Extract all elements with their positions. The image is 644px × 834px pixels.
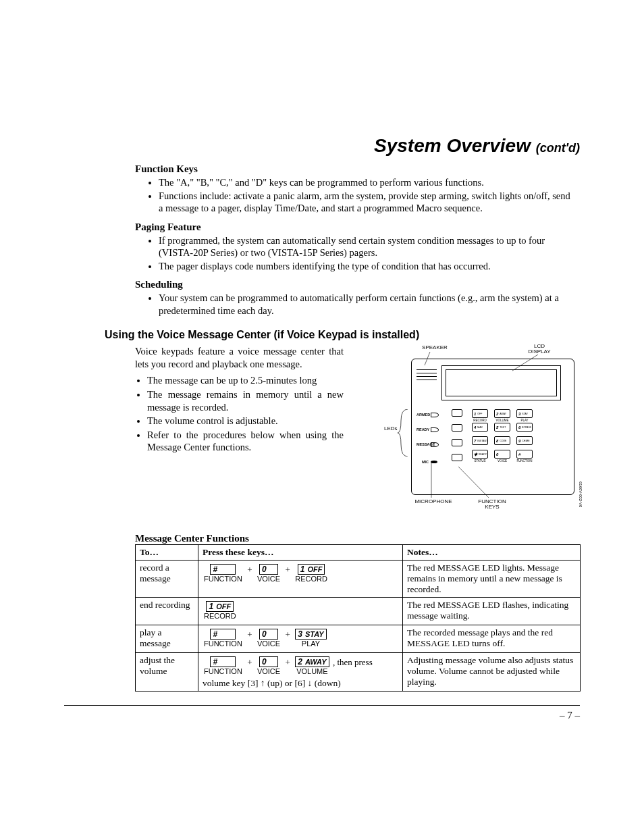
- message-center-table: To… Press these keys… Notes… record a me…: [135, 544, 581, 692]
- table-row: adjust the volume # FUNCTION + 0 VOICE +…: [136, 653, 581, 692]
- page-title: System Overview (cont'd): [64, 135, 580, 157]
- table-header-row: To… Press these keys… Notes…: [136, 545, 581, 561]
- heading-paging: Paging Feature: [135, 221, 580, 233]
- list-item: Refer to the procedures below when using…: [147, 429, 344, 454]
- heading-function-keys: Function Keys: [135, 163, 580, 175]
- then-press: , then press: [333, 658, 373, 667]
- keycap-hash: #: [210, 629, 236, 640]
- label-speaker: SPEAKER: [418, 345, 452, 350]
- cell-keys: # FUNCTION + 0 VOICE + 3STAYPLAY: [198, 625, 403, 653]
- key-hash: #: [516, 450, 533, 459]
- list-item: The volume control is adjustable.: [147, 415, 344, 427]
- key-5: 5TEST: [494, 423, 510, 432]
- cell-to: end recording: [136, 598, 198, 625]
- heading-voice-center: Using the Voice Message Center (if Voice…: [105, 329, 580, 341]
- key-7: 7INSTANT: [472, 436, 488, 445]
- label-function-keys: FUNCTION KEYS: [472, 499, 512, 510]
- function-keys-column: [452, 409, 462, 469]
- title-cont: (cont'd): [536, 141, 580, 155]
- th-to: To…: [136, 545, 198, 561]
- cell-keys: 1OFFRECORD: [198, 598, 403, 625]
- cell-keys: # FUNCTION + 0 VOICE + 2AWAYVOLUME , the…: [198, 653, 403, 692]
- lcd-screen: [441, 365, 561, 400]
- table-row: record a message # FUNCTION + 0 VOICE + …: [136, 561, 581, 598]
- keycap-hash: #: [210, 656, 236, 667]
- keycap-1-off: 1OFF: [206, 601, 234, 612]
- keycap-0: 0: [259, 564, 278, 575]
- list-item: The message remains in memory until a ne…: [147, 388, 344, 413]
- cell-to: record a message: [136, 561, 198, 598]
- key-4: 4MAX: [472, 423, 488, 432]
- diagram-code: 6160V-002-V0: [579, 481, 583, 507]
- key-0: 0: [494, 450, 510, 459]
- led-message: MESSAGE: [417, 441, 439, 448]
- list-item: The message can be up to 2.5-minutes lon…: [147, 374, 344, 387]
- label-lcd: LCD DISPLAY: [522, 344, 556, 355]
- mic-label: MIC: [417, 459, 437, 465]
- key-1: 1OFF: [472, 409, 488, 418]
- footer-rule: [64, 705, 580, 706]
- title-main: System Overview: [374, 135, 531, 156]
- keycap-0: 0: [259, 656, 278, 667]
- numpad: 1OFF 2AWAY 3STAY RECORDVOLUMEPLAY 4MAX 5…: [472, 409, 533, 463]
- list-item: The "A," "B," "C," and "D" keys can be p…: [159, 176, 580, 189]
- keycap-3-stay: 3STAY: [295, 629, 326, 640]
- list-item: The pager displays code numbers identify…: [159, 260, 580, 273]
- key-star: ✱READY: [472, 450, 488, 459]
- list-function-keys: The "A," "B," "C," and "D" keys can be p…: [64, 176, 580, 215]
- key-9: 9CHIME: [516, 436, 533, 445]
- list-item: If programmed, the system can automatica…: [159, 234, 580, 259]
- th-keys: Press these keys…: [198, 545, 403, 561]
- keypad-diagram: SPEAKER LCD DISPLAY LEDs ARMED READY MES…: [364, 345, 580, 521]
- key-2: 2AWAY: [494, 409, 510, 418]
- key-6: 6BYPASS: [516, 423, 533, 432]
- cell-notes: The red MESSAGE LED lights. Message rema…: [403, 561, 581, 598]
- voice-intro: Voice keypads feature a voice message ce…: [135, 346, 344, 369]
- page-number: – 7 –: [64, 710, 580, 721]
- list-item: Your system can be programmed to automat…: [159, 292, 580, 317]
- keycap-hash: #: [210, 564, 236, 575]
- led-ready: READY: [417, 426, 439, 433]
- table-row: play a message # FUNCTION + 0 VOICE + 3S…: [136, 625, 581, 653]
- label-leds: LEDs: [384, 426, 398, 432]
- speaker-icon: [417, 367, 437, 383]
- table-title: Message Center Functions: [135, 533, 580, 544]
- voice-intro-column: Voice keypads feature a voice message ce…: [135, 345, 344, 521]
- cell-to: play a message: [136, 625, 198, 653]
- list-voice: The message can be up to 2.5-minutes lon…: [135, 374, 344, 453]
- heading-scheduling: Scheduling: [135, 279, 580, 290]
- led-armed: ARMED: [417, 411, 439, 418]
- th-notes: Notes…: [403, 545, 581, 561]
- cell-notes: The red MESSAGE LED flashes, indicating …: [403, 598, 581, 625]
- volume-extra: volume key [3] ↑ (up) or [6] ↓ (down): [203, 678, 398, 689]
- list-item: Functions include: activate a panic alar…: [159, 190, 580, 215]
- keycap-2-away: 2AWAY: [295, 656, 329, 667]
- key-8: 8CODE: [494, 436, 510, 445]
- table-row: end recording 1OFFRECORD The red MESSAGE…: [136, 598, 581, 625]
- keycap-0: 0: [259, 629, 278, 640]
- cell-notes: The recorded message plays and the red M…: [403, 625, 581, 653]
- label-microphone: MICROPHONE: [410, 499, 457, 504]
- cell-keys: # FUNCTION + 0 VOICE + 1OFFRECORD: [198, 561, 403, 598]
- cell-notes: Adjusting message volume also adjusts st…: [403, 653, 581, 692]
- cell-to: adjust the volume: [136, 653, 198, 692]
- list-paging: If programmed, the system can automatica…: [64, 234, 580, 273]
- brace-icon: [398, 409, 411, 457]
- keycap-1-off: 1OFF: [298, 564, 325, 575]
- list-scheduling: Your system can be programmed to automat…: [64, 292, 580, 317]
- key-3: 3STAY: [516, 409, 533, 418]
